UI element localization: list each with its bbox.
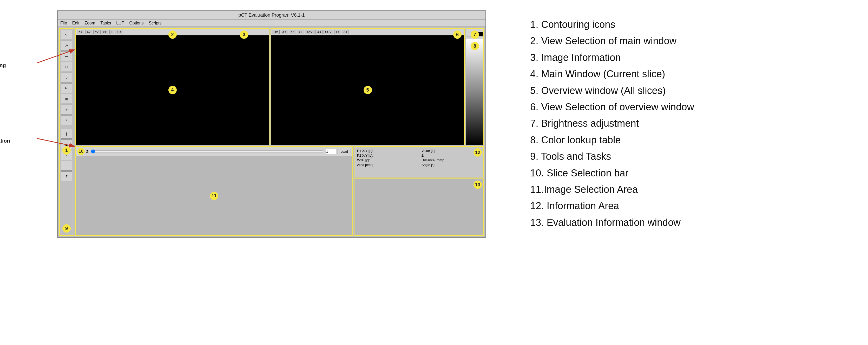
menu-tasks[interactable]: Tasks xyxy=(100,21,111,26)
legend-item-2: 2. View Selection of main window xyxy=(530,35,852,47)
badge-4: 4 xyxy=(168,86,177,94)
tool-btn-arrow[interactable]: ↗ xyxy=(61,40,72,51)
badge-5: 5 xyxy=(364,86,372,94)
badge-7: 7 xyxy=(471,30,479,39)
info-panel: 12 P1 X/Y [p]: Value [1]: P2 X/Y [p]: Z:… xyxy=(354,146,484,177)
ov-btn-dv[interactable]: DV xyxy=(272,30,280,34)
badge-9: 9 xyxy=(62,224,71,233)
overview-canvas: 5 xyxy=(271,35,464,145)
slice-slider[interactable] xyxy=(91,149,324,153)
overview-panel: 6 DV XY XZ YZ XYZ 3D SCV >> All xyxy=(271,28,465,145)
view-btn-lu[interactable]: LU xyxy=(115,30,122,34)
app-title: pCT Evaluation Program V6.1-1 xyxy=(239,12,305,18)
legend-item-13: 13. Evaluation Information window xyxy=(530,216,852,229)
tool-btn-circle[interactable]: ○ xyxy=(61,73,72,83)
legend-item-12: 12. Information Area xyxy=(530,200,852,212)
badge-12: 12 xyxy=(473,148,482,156)
ov-btn-xyz[interactable]: XYZ xyxy=(305,30,314,34)
menu-edit[interactable]: Edit xyxy=(72,21,80,26)
ov-btn-all[interactable]: All xyxy=(342,30,348,34)
tool-btn-measure[interactable]: ∫ xyxy=(61,129,72,139)
top-row: 2 3 XY XZ YZ >> 1 LU xyxy=(75,28,484,145)
brightness-panel: 7 8 xyxy=(466,28,484,145)
tool-btn-grid[interactable]: ⊞ xyxy=(61,94,72,104)
area-label: Area [cm²]: xyxy=(357,163,416,167)
legend-item-3: 3. Image Information xyxy=(530,51,852,64)
overview-toolbar: DV XY XZ YZ XYZ 3D SCV >> All xyxy=(271,29,464,35)
eval-info-window: 13 xyxy=(354,178,484,236)
badge-10: 10 xyxy=(78,148,85,155)
main-canvas: 4 xyxy=(76,35,269,145)
left-toolbar: 1 ↖ ↗ — □ ○ Aα ⊞ ⌖ K 9 ∫ ▲ ⟋ xyxy=(59,28,74,236)
image-selection-area: 11 xyxy=(76,156,352,235)
brightness-gradient[interactable] xyxy=(466,39,484,145)
legend-item-11: 11.Image Selection Area xyxy=(530,183,852,196)
p1-label: P1 X/Y [p]: xyxy=(357,149,416,153)
legend-item-1: 1. Contouring icons xyxy=(530,18,852,31)
angle-label: Angle [°]: xyxy=(422,163,481,167)
z-label: Z: xyxy=(86,150,89,153)
legend-item-8: 8. Color lookup table xyxy=(530,134,852,146)
legend-item-6: 6. View Selection of overview window xyxy=(530,101,852,113)
slice-bar: 10 Z: Load xyxy=(76,147,352,156)
badge-8: 8 xyxy=(471,42,479,50)
left-bottom-panel: 10 Z: Load 11 xyxy=(75,146,353,236)
info-grid: P1 X/Y [p]: Value [1]: P2 X/Y [p]: Z: Wx… xyxy=(357,149,481,167)
bottom-row: 10 Z: Load 11 xyxy=(75,146,484,236)
ov-btn-xz[interactable]: XZ xyxy=(289,30,296,34)
badge-1: 1 xyxy=(62,146,71,154)
tool-btn-diag2[interactable]: ⟍ xyxy=(61,161,72,171)
slice-input[interactable] xyxy=(326,149,336,154)
legend-item-7: 7. Brightness adjustment xyxy=(530,117,852,130)
menu-bar: File Edit Zoom Tasks LUT Options Scripts xyxy=(58,20,486,27)
ov-btn-scv[interactable]: SCV xyxy=(323,30,333,34)
eval3d-label: 3D-Evaluation xyxy=(0,138,10,144)
right-content: 2 3 XY XZ YZ >> 1 LU xyxy=(75,28,484,236)
tool-btn-text[interactable]: Aα xyxy=(61,83,72,93)
view-btn-xy[interactable]: XY xyxy=(77,30,84,34)
badge-3: 3 xyxy=(240,30,248,39)
menu-zoom[interactable]: Zoom xyxy=(85,21,95,26)
tool-btn-line[interactable]: — xyxy=(61,51,72,61)
load-button[interactable]: Load xyxy=(338,149,351,154)
tool-btn-crosshair[interactable]: ⌖ xyxy=(61,105,72,114)
app-body: 1 ↖ ↗ — □ ○ Aα ⊞ ⌖ K 9 ∫ ▲ ⟋ xyxy=(58,27,486,237)
legend: 1. Contouring icons 2. View Selection of… xyxy=(509,10,852,233)
wh-label: WxH [p]: xyxy=(357,158,416,162)
view-btn-xz[interactable]: XZ xyxy=(85,30,92,34)
app-titlebar: pCT Evaluation Program V6.1-1 xyxy=(58,11,486,20)
z-info-label: Z: xyxy=(422,153,481,157)
ov-btn-next[interactable]: >> xyxy=(334,30,341,34)
view-btn-yz[interactable]: YZ xyxy=(93,30,100,34)
legend-item-5: 5. Overview window (All slices) xyxy=(530,84,852,97)
menu-options[interactable]: Options xyxy=(129,21,144,26)
p2-label: P2 X/Y [p]: xyxy=(357,153,416,157)
menu-file[interactable]: File xyxy=(60,21,67,26)
main-view-panel: 2 3 XY XZ YZ >> 1 LU xyxy=(75,28,270,145)
badge-13: 13 xyxy=(473,180,482,189)
right-bottom-panels: 12 P1 X/Y [p]: Value [1]: P2 X/Y [p]: Z:… xyxy=(354,146,484,236)
menu-scripts[interactable]: Scripts xyxy=(149,21,162,26)
ov-btn-xy[interactable]: XY xyxy=(281,30,288,34)
tool-btn-type[interactable]: T xyxy=(61,171,72,181)
value-label: Value [1]: xyxy=(422,149,481,153)
legend-item-10: 10. Slice Selection bar xyxy=(530,167,852,179)
ov-btn-yz[interactable]: YZ xyxy=(297,30,304,34)
view-btn-1[interactable]: 1 xyxy=(110,30,114,34)
menu-lut[interactable]: LUT xyxy=(116,21,124,26)
tool-btn-rect[interactable]: □ xyxy=(61,62,72,72)
distance-label: Distance [mm]: xyxy=(422,158,481,162)
legend-item-9: 9. Tools and Tasks xyxy=(530,150,852,163)
badge-11: 11 xyxy=(210,192,218,200)
contouring-label: Contouring xyxy=(0,62,6,68)
app-window: pCT Evaluation Program V6.1-1 File Edit … xyxy=(57,10,486,238)
legend-item-4: 4. Main Window (Current slice) xyxy=(530,68,852,80)
view-btn-next[interactable]: >> xyxy=(102,30,108,34)
tool-btn-key[interactable]: K xyxy=(61,115,72,125)
badge-6: 6 xyxy=(453,30,462,39)
badge-2: 2 xyxy=(168,30,177,39)
tool-btn-cursor[interactable]: ↖ xyxy=(61,30,72,40)
ov-btn-3d[interactable]: 3D xyxy=(315,30,322,34)
